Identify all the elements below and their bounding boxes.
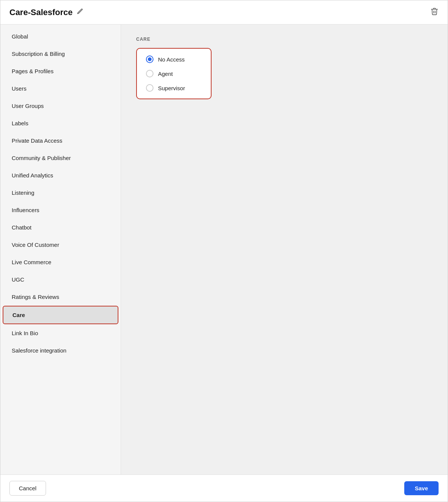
sidebar-item-salesforce-integration[interactable]: Salesforce integration [3, 342, 118, 359]
radio-option-agent[interactable]: Agent [146, 70, 202, 77]
header: Care-Salesforce [0, 0, 448, 25]
main-content: Global Subscription & Billing Pages & Pr… [0, 25, 448, 474]
trash-icon[interactable] [430, 7, 439, 17]
sidebar-item-private-data-access[interactable]: Private Data Access [3, 132, 118, 149]
sidebar-item-voice-of-customer[interactable]: Voice Of Customer [3, 236, 118, 253]
sidebar-item-global[interactable]: Global [3, 28, 118, 45]
radio-circle-no-access[interactable] [146, 55, 153, 63]
section-label: CARE [136, 37, 433, 42]
header-left: Care-Salesforce [9, 8, 83, 17]
sidebar-item-ratings-reviews[interactable]: Ratings & Reviews [3, 288, 118, 305]
sidebar-item-users[interactable]: Users [3, 80, 118, 97]
sidebar-item-user-groups[interactable]: User Groups [3, 97, 118, 114]
sidebar-item-live-commerce[interactable]: Live Commerce [3, 254, 118, 271]
sidebar: Global Subscription & Billing Pages & Pr… [0, 25, 121, 474]
sidebar-item-unified-analytics[interactable]: Unified Analytics [3, 167, 118, 184]
radio-option-supervisor[interactable]: Supervisor [146, 84, 202, 92]
radio-option-no-access[interactable]: No Access [146, 55, 202, 63]
sidebar-item-subscription-billing[interactable]: Subscription & Billing [3, 45, 118, 62]
sidebar-item-ugc[interactable]: UGC [3, 271, 118, 288]
save-button[interactable]: Save [404, 481, 439, 495]
sidebar-item-chatbot[interactable]: Chatbot [3, 219, 118, 236]
footer: Cancel Save [0, 474, 448, 502]
radio-label-agent: Agent [158, 71, 173, 77]
sidebar-item-influencers[interactable]: Influencers [3, 202, 118, 219]
radio-circle-agent[interactable] [146, 70, 153, 77]
radio-group-box: No Access Agent Supervisor [136, 48, 212, 99]
sidebar-item-link-in-bio[interactable]: Link In Bio [3, 325, 118, 342]
cancel-button[interactable]: Cancel [9, 481, 46, 496]
page-title: Care-Salesforce [9, 8, 73, 17]
edit-icon[interactable] [77, 8, 83, 17]
radio-circle-supervisor[interactable] [146, 84, 153, 92]
sidebar-item-community-publisher[interactable]: Community & Publisher [3, 149, 118, 166]
radio-label-no-access: No Access [158, 56, 185, 63]
sidebar-item-labels[interactable]: Labels [3, 115, 118, 132]
content-area: CARE No Access Agent Supervisor [121, 25, 448, 474]
sidebar-item-care[interactable]: Care [3, 306, 118, 324]
radio-label-supervisor: Supervisor [158, 85, 185, 91]
sidebar-item-pages-profiles[interactable]: Pages & Profiles [3, 63, 118, 80]
sidebar-item-listening[interactable]: Listening [3, 184, 118, 201]
